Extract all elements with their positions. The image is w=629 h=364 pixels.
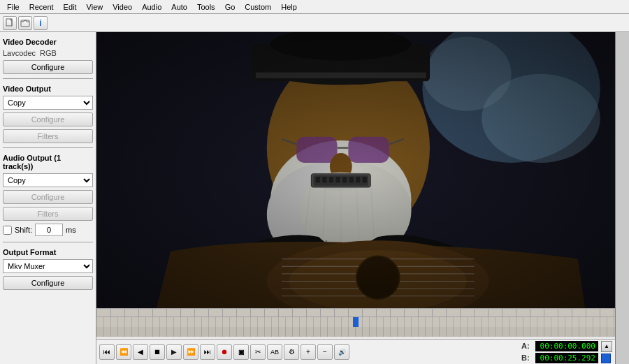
video-output-label: Video Output [3, 85, 93, 93]
video-decoder-configure-button[interactable]: Configure [3, 60, 93, 74]
shift-unit: ms [66, 226, 76, 234]
divider-1 [3, 78, 93, 79]
scroll-up-button[interactable]: ▲ [601, 341, 612, 352]
timeline-scrubber[interactable] [96, 317, 615, 327]
settings-button[interactable]: ⚙ [284, 344, 299, 360]
audio-output-select[interactable]: Copy Null [3, 173, 93, 187]
time-a-row: A: 00:00:00.000 [521, 341, 598, 351]
zoom-in-button[interactable]: + [301, 344, 316, 360]
menu-video[interactable]: Video [108, 2, 136, 12]
menu-recent[interactable]: Recent [25, 2, 58, 12]
step-back-button[interactable]: ⏪ [116, 344, 131, 360]
output-format-label: Output Format [3, 248, 93, 256]
rewind-start-button[interactable]: ⏮ [99, 344, 115, 360]
video-area: ⏮ ⏪ ◀ ⏹ ▶ ⏩ ⏭ ⏺ ▣ ✂ AB ⚙ + − 🔊 A: [96, 32, 615, 364]
menubar: File Recent Edit View Video Audio Auto T… [0, 0, 629, 14]
video-output-dropdown-row: Copy Null [3, 96, 93, 110]
time-displays: A: 00:00:00.000 B: 00:00:25.292 [521, 341, 598, 363]
divider-3 [3, 242, 93, 242]
skip-end-button[interactable]: ⏭ [200, 344, 215, 360]
record-button[interactable]: ⏺ [217, 344, 232, 360]
main-content: Video Decoder Lavcodec RGB Configure Vid… [0, 32, 629, 364]
video-output-select[interactable]: Copy Null [3, 96, 93, 110]
segment-button[interactable]: ▣ [233, 344, 249, 360]
video-placeholder [96, 32, 615, 308]
output-format-dropdown-row: Mkv Muxer Avi Muxer Mp4 Muxer [3, 259, 93, 273]
left-panel: Video Decoder Lavcodec RGB Configure Vid… [0, 32, 96, 364]
volume-button[interactable]: 🔊 [334, 344, 349, 360]
video-output-filters-button[interactable]: Filters [3, 129, 93, 143]
shift-row: Shift: ms [3, 224, 93, 236]
time-b-display: 00:00:25.292 [535, 353, 598, 363]
info-button[interactable]: i [34, 16, 48, 30]
scissors-button[interactable]: ✂ [250, 344, 266, 360]
audio-output-label: Audio Output (1 track(s)) [3, 154, 93, 170]
toolbar: i [0, 14, 629, 32]
extra-right-panel [615, 32, 629, 364]
codec-value: Lavcodec [3, 49, 36, 57]
output-format-configure-button[interactable]: Configure [3, 276, 93, 290]
video-output-configure-button[interactable]: Configure [3, 112, 93, 126]
menu-go[interactable]: Go [221, 2, 240, 12]
shift-input[interactable] [35, 224, 63, 236]
video-frame [96, 32, 615, 308]
menu-auto[interactable]: Auto [167, 2, 191, 12]
audio-output-filters-button[interactable]: Filters [3, 207, 93, 221]
time-b-label: B: [521, 354, 533, 362]
menu-edit[interactable]: Edit [59, 2, 81, 12]
divider-2 [3, 147, 93, 148]
menu-file[interactable]: File [3, 2, 24, 12]
new-button[interactable] [3, 16, 17, 30]
audio-output-dropdown-row: Copy Null [3, 173, 93, 187]
time-b-row: B: 00:00:25.292 [521, 353, 598, 363]
format-value: RGB [40, 49, 57, 57]
blue-indicator [601, 354, 611, 363]
zoom-out-button[interactable]: − [317, 344, 333, 360]
menu-tools[interactable]: Tools [193, 2, 219, 12]
menu-view[interactable]: View [82, 2, 108, 12]
menu-help[interactable]: Help [277, 2, 301, 12]
time-a-label: A: [521, 342, 533, 350]
shift-label: Shift: [15, 226, 32, 234]
timeline-area [96, 308, 615, 339]
timeline-secondary[interactable] [96, 327, 615, 337]
stop-button[interactable]: ⏹ [150, 344, 165, 360]
menu-custom[interactable]: Custom [240, 2, 275, 12]
menu-audio[interactable]: Audio [138, 2, 166, 12]
timeline-position-marker[interactable] [353, 317, 359, 327]
video-decoder-label: Video Decoder [3, 38, 93, 46]
fast-forward-button[interactable]: ⏩ [183, 344, 198, 360]
side-controls: ▲ [601, 341, 612, 363]
video-content [96, 32, 615, 308]
time-a-display: 00:00:00.000 [535, 341, 598, 351]
ab-repeat-button[interactable]: AB [267, 344, 282, 360]
svg-rect-51 [96, 32, 615, 308]
play-button[interactable]: ▶ [166, 344, 182, 360]
time-display-area: A: 00:00:00.000 B: 00:00:25.292 ▲ [521, 341, 612, 363]
svg-rect-3 [21, 20, 29, 27]
timeline-ruler[interactable] [96, 309, 615, 317]
video-decoder-info: Lavcodec RGB [3, 49, 93, 57]
output-format-select[interactable]: Mkv Muxer Avi Muxer Mp4 Muxer [3, 259, 93, 273]
transport-area: ⏮ ⏪ ◀ ⏹ ▶ ⏩ ⏭ ⏺ ▣ ✂ AB ⚙ + − 🔊 A: [96, 339, 615, 364]
transport-buttons: ⏮ ⏪ ◀ ⏹ ▶ ⏩ ⏭ ⏺ ▣ ✂ AB ⚙ + − 🔊 [99, 344, 521, 360]
play-reverse-button[interactable]: ◀ [133, 344, 148, 360]
audio-output-configure-button[interactable]: Configure [3, 190, 93, 204]
shift-checkbox[interactable] [3, 226, 12, 235]
open-button[interactable] [18, 16, 32, 30]
